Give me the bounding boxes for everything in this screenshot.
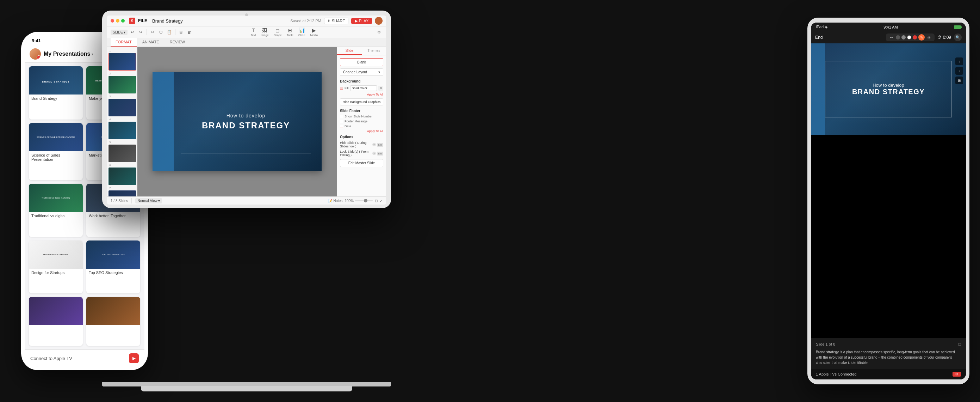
share-button[interactable]: ⬆ SHARE xyxy=(324,18,348,24)
pen-tool[interactable]: ✏ xyxy=(888,34,894,41)
app-main-content: 1 2 3 4 5 xyxy=(107,47,386,196)
themes-tab[interactable]: Themes xyxy=(362,47,387,55)
chevron-down-icon: ▾ xyxy=(92,52,93,56)
slide-thumbnail-item[interactable]: 1 xyxy=(108,49,135,70)
shape-tool[interactable]: ◻ Shape xyxy=(274,27,282,37)
list-item[interactable] xyxy=(29,297,83,346)
cut-button[interactable]: ✂ xyxy=(149,29,156,36)
highlighter-tool[interactable]: ✎ xyxy=(918,34,925,41)
blank-layout-option[interactable]: Blank xyxy=(340,58,383,66)
footer-message-checkbox[interactable] xyxy=(340,120,343,123)
slide-menu-button[interactable]: SLIDE ▾ xyxy=(111,30,127,35)
fullscreen-icon[interactable]: ⤢ xyxy=(380,199,383,203)
fill-settings-button[interactable]: ⚙ xyxy=(378,86,383,91)
slide-thumbnail-item[interactable]: 2 xyxy=(108,72,135,93)
footer-message-row: Footer Message xyxy=(340,120,383,123)
fit-screen-icon[interactable]: ⊡ xyxy=(375,199,378,203)
color-swatch-red[interactable] xyxy=(913,35,917,40)
show-slide-number-label: Show Slide Number xyxy=(345,115,373,118)
settings-button[interactable]: ⚙ xyxy=(375,29,383,36)
text-tool[interactable]: T Text xyxy=(251,27,256,37)
delete-button[interactable]: 🗑 xyxy=(186,29,193,36)
slide-thumb xyxy=(108,53,136,70)
table-tool[interactable]: ⊞ Table xyxy=(287,27,293,37)
airplay-button[interactable]: ⊡ xyxy=(953,372,961,376)
color-swatch-gray[interactable] xyxy=(902,35,906,40)
search-button[interactable]: 🔍 xyxy=(954,34,962,41)
color-swatch-white[interactable] xyxy=(907,35,911,40)
date-checkbox[interactable] xyxy=(340,125,343,128)
redo-button[interactable]: ↪ xyxy=(137,29,145,36)
background-section-title: Background xyxy=(340,79,383,83)
app-tabs: FORMAT ANIMATE REVIEW xyxy=(107,38,386,47)
laptop-device: S FILE Brand Strategy Saved at 2:12 PM ⬆… xyxy=(102,11,391,391)
notes-toggle[interactable]: 📝 Notes xyxy=(328,199,342,203)
slide-grid-button[interactable]: ⊞ xyxy=(955,77,963,84)
document-title: Brand Strategy xyxy=(152,18,288,24)
list-item[interactable]: SCIENCE OF SALES PRESENTATIONS Science o… xyxy=(29,123,83,180)
slide-thumbnail-item[interactable]: 3 xyxy=(108,95,135,116)
media-tool[interactable]: ▶ Media xyxy=(310,27,318,37)
hide-slide-toggle[interactable]: ? No xyxy=(372,143,383,147)
lock-slides-toggle[interactable]: ? No xyxy=(372,152,383,156)
list-item[interactable]: BRAND STRATEGY Brand Strategy xyxy=(29,66,83,120)
right-panel-tabs: Slide Themes xyxy=(337,47,386,55)
date-label: Date xyxy=(345,124,351,128)
toolbar2-left: SLIDE ▾ ↩ ↪ ✂ ⬡ 📋 ⊞ 🗑 xyxy=(111,29,193,36)
tablet-status-left: iPad ◈ xyxy=(816,25,827,29)
fill-type-select[interactable]: Solid Color xyxy=(350,85,377,91)
copy-button[interactable]: ⬡ xyxy=(158,29,164,36)
slide-content-box: How to develop BRAND STRATEGY xyxy=(181,90,311,153)
slide-thumbnail-item[interactable]: 5 xyxy=(108,141,135,162)
text-icon: T xyxy=(252,27,255,33)
slide-thumbnail-item[interactable]: 4 xyxy=(108,118,135,139)
image-tool[interactable]: 🖼 Image xyxy=(261,27,269,37)
slide-number: 6 xyxy=(108,164,135,167)
tab-review[interactable]: REVIEW xyxy=(165,38,190,46)
slide-title-small: How to develop xyxy=(226,113,266,118)
question-icon: ? xyxy=(372,152,376,155)
fill-checkbox[interactable] xyxy=(340,87,343,90)
zoom-control[interactable]: 100% xyxy=(345,199,373,203)
tab-animate[interactable]: ANIMATE xyxy=(137,38,164,46)
apply-to-all-label[interactable]: Apply To All xyxy=(340,93,383,96)
separator xyxy=(131,198,132,203)
maximize-window-button[interactable] xyxy=(121,19,125,22)
view-mode-select[interactable]: Normal View ▾ xyxy=(135,198,162,203)
color-swatch-dark[interactable] xyxy=(896,35,900,40)
slide-thumbnail-item[interactable]: 6 xyxy=(108,164,135,185)
file-menu[interactable]: FILE xyxy=(138,18,147,24)
play-button[interactable]: ▶ PLAY xyxy=(351,18,372,24)
eraser-tool[interactable]: ◎ xyxy=(926,34,932,41)
tablet-info-panel: Slide 1 of 8 □ Brand strategy is a plan … xyxy=(811,338,966,380)
tablet-slide-area: How to develop BRAND STRATEGY ↑ ↓ ⊞ Slid… xyxy=(811,43,966,380)
slide-number: 4 xyxy=(108,118,135,121)
phone-title: My Presentations xyxy=(44,51,90,57)
slide-thumbnail-item[interactable]: 7 xyxy=(108,187,135,196)
edit-master-slide-button[interactable]: Edit Master Slide xyxy=(340,159,383,167)
undo-button[interactable]: ↩ xyxy=(129,29,136,36)
statusbar-left: 1 / 8 Slides Normal View ▾ xyxy=(111,198,162,203)
chart-tool[interactable]: 📊 Chart xyxy=(298,27,305,37)
hide-background-graphics-button[interactable]: Hide Background Graphics xyxy=(340,98,383,105)
list-item[interactable]: DESIGN FOR STARTUPS Design for Startups xyxy=(29,241,83,294)
list-item[interactable]: Traditional vs digital marketing Traditi… xyxy=(29,184,83,237)
webcam xyxy=(245,13,248,16)
close-window-button[interactable] xyxy=(111,19,114,22)
minimize-window-button[interactable] xyxy=(116,19,119,22)
timer-icon: ⏱ xyxy=(937,35,942,40)
paste-button[interactable]: 📋 xyxy=(166,29,173,36)
show-slide-number-checkbox[interactable] xyxy=(340,115,343,118)
previous-slide-button[interactable]: ↑ xyxy=(955,57,963,65)
slide-tab[interactable]: Slide xyxy=(337,47,362,55)
change-layout-button[interactable]: Change Layout ▾ xyxy=(340,69,383,76)
slide-number: 2 xyxy=(108,72,135,75)
apple-tv-status: 1 Apple TVs Connected xyxy=(816,372,856,376)
clone-button[interactable]: ⊞ xyxy=(178,29,185,36)
next-slide-button[interactable]: ↓ xyxy=(955,67,963,75)
apply-all-footer[interactable]: Apply To All xyxy=(340,129,383,133)
date-row: Date xyxy=(340,124,383,128)
tab-format[interactable]: FORMAT xyxy=(111,38,137,46)
card-label: Science of Sales Presentation xyxy=(29,151,83,163)
zoom-slider[interactable] xyxy=(355,200,373,201)
